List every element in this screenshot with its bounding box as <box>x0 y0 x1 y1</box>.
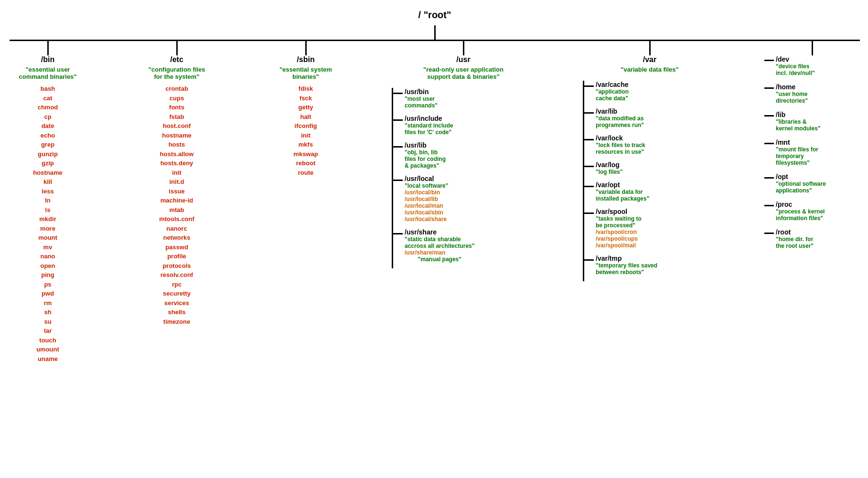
usr-sub-item: /usr/local/sbin <box>405 209 448 216</box>
right-desc: "libraries & kernel modules" <box>776 118 821 132</box>
right-hline <box>764 177 774 179</box>
etc-item: init.d <box>169 177 184 187</box>
bin-item: open <box>40 261 55 271</box>
usr-subtree-content: /usr/share"static data sharable accross … <box>405 228 474 263</box>
var-subtree-entry: /var/opt"variable data for installed pac… <box>584 181 657 202</box>
sbin-item: ifconfig <box>295 121 317 131</box>
right-title: /dev <box>776 55 815 63</box>
right-title: /opt <box>776 173 826 181</box>
bin-item: gzip <box>42 159 54 168</box>
var-horiz-connector <box>584 212 594 214</box>
usr-subtree-entries: /usr/bin"most user commands"/usr/include… <box>393 88 474 268</box>
var-title: /var <box>643 55 656 64</box>
bin-title: /bin <box>41 55 54 64</box>
etc-item: hosts <box>169 140 185 149</box>
etc-item: protocols <box>162 261 191 271</box>
var-horiz-connector <box>584 186 594 187</box>
columns: /bin "essential user command binaries" b… <box>10 41 860 363</box>
etc-item: services <box>164 298 189 308</box>
var-sub-title: /var/opt <box>596 181 649 189</box>
bin-item: pwd <box>42 289 54 298</box>
var-sub-title: /var/spool <box>596 208 642 215</box>
right-title: /root <box>776 228 814 236</box>
var-sub-item: /var/spool/cron <box>596 229 642 235</box>
usr-subtree-entry: /usr/share"static data sharable accross … <box>393 228 474 263</box>
usr-subtree-content: /usr/lib"obj, bin, lib files for coding … <box>405 141 446 169</box>
usr-sub-title: /usr/include <box>405 115 453 122</box>
right-desc: "device files incl. /dev/null" <box>776 63 815 76</box>
usr-horiz-connector <box>393 146 403 148</box>
right-hline <box>764 60 774 61</box>
bin-item: cat <box>43 94 53 103</box>
right-content: /mnt"mount files for temporary filesyste… <box>776 138 818 166</box>
etc-item: shells <box>168 308 186 317</box>
usr-sub-desc: "standard include files for 'C' code" <box>405 122 453 136</box>
etc-item: hosts.allow <box>160 149 194 159</box>
usr-sub-item: /usr/share/man <box>405 249 474 256</box>
var-sub-desc: "temporary files saved between reboots" <box>596 262 657 276</box>
usr-sub-title: /usr/local <box>405 175 448 182</box>
bin-desc: "essential user command binaries" <box>19 66 76 80</box>
etc-item: crontab <box>165 84 188 94</box>
usr-subtree-entry: /usr/lib"obj, bin, lib files for coding … <box>393 141 474 169</box>
usr-horiz-connector <box>393 233 403 234</box>
right-hline <box>764 143 774 144</box>
usr-sub-desc: "static data sharable accross all archit… <box>405 236 474 249</box>
sbin-item: getty <box>298 103 313 112</box>
bin-item: more <box>40 224 55 234</box>
usr-sub-desc: "most user commands" <box>405 96 438 109</box>
bin-item: hostname <box>33 168 62 178</box>
var-sub-desc: "tasks waiting to be processed" <box>596 215 642 229</box>
bin-item: mkdir <box>39 214 56 224</box>
etc-vline <box>176 41 178 55</box>
sbin-item: mkswap <box>293 149 318 159</box>
var-subtree-content: /var/opt"variable data for installed pac… <box>596 181 649 202</box>
bin-item: ln <box>45 196 51 205</box>
var-subtree-content: /var/tmp"temporary files saved between r… <box>596 255 657 276</box>
bin-item: mv <box>43 243 53 252</box>
bin-item: echo <box>41 131 55 140</box>
var-sub-title: /var/lock <box>596 134 645 142</box>
col-etc: /etc "configuration files for the system… <box>134 41 220 326</box>
right-hline <box>764 205 774 206</box>
usr-subtree-entry: /usr/bin"most user commands" <box>393 88 474 109</box>
root-vline <box>434 25 436 40</box>
usr-sub-title: /usr/lib <box>405 141 446 149</box>
etc-item: issue <box>169 187 184 196</box>
var-sub-desc: "variable data for installed packages" <box>596 189 649 202</box>
right-entry: /proc"process & kernel information files… <box>764 201 825 222</box>
right-entry: /root"home dir. for the root user" <box>764 228 814 249</box>
bin-item: gunzip <box>38 149 58 159</box>
usr-subtree-container: /usr/bin"most user commands"/usr/include… <box>392 88 474 268</box>
sbin-item: route <box>298 168 314 178</box>
right-entry: /home"user home directories" <box>764 83 808 104</box>
etc-item: cups <box>170 94 184 103</box>
usr-title: /usr <box>456 55 470 64</box>
var-subtree-content: /var/lib"data modified as programmes run… <box>596 107 644 128</box>
right-title: /proc <box>776 201 825 208</box>
usr-sub-item: /usr/local/lib <box>405 196 448 202</box>
usr-sub-desc: "obj, bin, lib files for coding & packag… <box>405 149 446 169</box>
right-desc: "process & kernel information files" <box>776 208 825 222</box>
usr-subtree-content: /usr/bin"most user commands" <box>405 88 438 109</box>
etc-item: fstab <box>169 112 184 122</box>
bin-item: sh <box>44 308 51 317</box>
var-subtree-container: /var/cache"application cache data"/var/l… <box>583 81 657 281</box>
bin-vline <box>47 41 49 55</box>
root-label: / "root" <box>418 10 451 20</box>
var-subtree-entry: /var/tmp"temporary files saved between r… <box>584 255 657 276</box>
var-sub-title: /var/log <box>596 161 623 169</box>
bin-item: date <box>42 121 54 131</box>
etc-item: mtab <box>169 205 184 215</box>
right-content: /proc"process & kernel information files… <box>776 201 825 222</box>
bin-item: nano <box>40 252 55 261</box>
usr-subtree-content: /usr/local"local software"/usr/local/bin… <box>405 175 448 223</box>
var-horiz-connector <box>584 166 594 167</box>
bin-item: grep <box>41 140 54 149</box>
var-subtree-entry: /var/lib"data modified as programmes run… <box>584 107 657 128</box>
usr-subtree-entry: /usr/local"local software"/usr/local/bin… <box>393 175 474 223</box>
col-right: /dev"device files incl. /dev/null"/home"… <box>764 41 860 256</box>
col-bin: /bin "essential user command binaries" b… <box>10 41 86 363</box>
bin-item: less <box>42 187 54 196</box>
bin-item: tar <box>44 326 52 336</box>
